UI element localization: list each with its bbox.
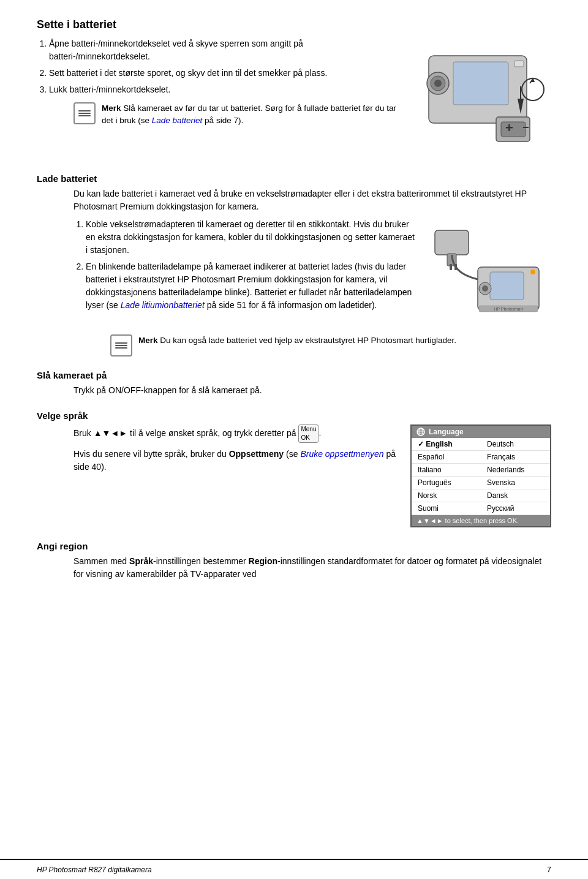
- svg-rect-15: [435, 230, 469, 255]
- lade-step-1-main: Koble vekselstrømadapteren til kameraet …: [86, 219, 351, 229]
- sette-steps: Åpne batteri-/minnekortdekselet ved å sk…: [49, 37, 398, 96]
- lang-russian: Русский: [481, 502, 550, 515]
- section-sette: Sette i batteriet Åpne batteri-/minnekor…: [37, 18, 551, 160]
- note-label-sette: Merk: [102, 104, 121, 113]
- sette-content: Åpne batteri-/minnekortdekselet ved å sk…: [37, 37, 551, 160]
- note-line-2: [78, 113, 91, 114]
- svg-text:HP Photosmart: HP Photosmart: [494, 307, 522, 311]
- lade-note: Merk Du kan også lade batteriet ved hjel…: [110, 334, 551, 357]
- lang-dansk: Dansk: [481, 489, 550, 502]
- lade-step-1: Koble vekselstrømadapteren til kameraet …: [86, 218, 417, 257]
- note-icon-sette: [74, 102, 96, 124]
- velge-body: Bruk ▲▼◄► til å velge ønsket språk, og t…: [74, 424, 551, 527]
- note-lines-lade: [115, 342, 127, 349]
- svg-point-22: [482, 285, 488, 292]
- velge-mid: til å velge ønsket språk, og trykk deret…: [127, 428, 298, 438]
- lade-note-text: Merk Du kan også lade batteriet ved hjel…: [138, 334, 456, 347]
- angi-text: Sammen med Språk-innstillingen bestemmer…: [74, 555, 551, 581]
- section-sla-heading: Slå kameraet på: [37, 370, 551, 380]
- velge-bytte-pre: Hvis du senere vil bytte språk, bruker d…: [74, 449, 229, 459]
- sla-text: Trykk på ON/OFF-knappen for å slå kamera…: [74, 384, 551, 397]
- lang-english: English: [412, 438, 481, 451]
- angi-body: Sammen med Språk-innstillingen bestemmer…: [74, 555, 551, 581]
- note-line-3: [78, 115, 91, 116]
- camera-battery-illustration: + −: [410, 37, 551, 160]
- lade-step-2: En blinkende batteriladelampe på kamerae…: [86, 260, 417, 312]
- velge-para1: Bruk ▲▼◄► til å velge ønsket språk, og t…: [74, 424, 398, 443]
- camera-svg: + −: [410, 37, 551, 160]
- language-menu-footer: ▲▼◄► to select, then press OK.: [412, 515, 550, 526]
- language-menu-grid: English Deutsch Español Français Italian…: [412, 438, 550, 515]
- footer: HP Photosmart R827 digitalkamera 7: [0, 859, 588, 879]
- note-icon-lade: [110, 334, 132, 357]
- note-line-lade-1: [115, 342, 127, 344]
- section-sette-heading: Sette i batteriet: [37, 18, 551, 31]
- note-text-sette: Slå kameraet av før du tar ut batteriet.…: [102, 104, 396, 125]
- sette-note-text: Merk Slå kameraet av før du tar ut batte…: [102, 102, 398, 127]
- lade-body: Du kan lade batteriet i kameraet ved å b…: [74, 187, 551, 357]
- charging-illustration: HP Photosmart: [429, 218, 551, 328]
- svg-point-4: [434, 80, 442, 87]
- lang-svenska: Svenska: [481, 477, 550, 489]
- angi-pre: Sammen med: [74, 556, 129, 566]
- sette-note: Merk Slå kameraet av før du tar ut batte…: [74, 102, 398, 127]
- svg-rect-17: [450, 264, 452, 270]
- step-1: Åpne batteri-/minnekortdekselet ved å sk…: [49, 37, 398, 63]
- note-line-lade-2: [115, 345, 127, 346]
- velge-text: Bruk ▲▼◄► til å velge ønsket språk, og t…: [74, 424, 398, 527]
- lang-portugues: Português: [412, 477, 481, 489]
- language-menu-title: Language: [429, 428, 464, 436]
- lade-steps-image: Koble vekselstrømadapteren til kameraet …: [74, 218, 551, 328]
- lang-espanol: Español: [412, 451, 481, 464]
- section-lade-heading: Lade batteriet: [37, 173, 551, 184]
- bruke-oppsett-link[interactable]: Bruke oppsettmenyen: [300, 449, 383, 459]
- svg-rect-5: [514, 61, 524, 67]
- language-menu-header: Language: [412, 426, 550, 438]
- svg-point-23: [530, 270, 535, 274]
- section-angi-heading: Angi region: [37, 541, 551, 551]
- svg-text:+: +: [505, 120, 513, 135]
- lade-step-2-main: En blinkende batteriladelampe på kamerae…: [86, 262, 412, 310]
- lang-suomi: Suomi: [412, 502, 481, 515]
- velge-menuok: MenuOK: [298, 424, 318, 443]
- sla-body: Trykk på ON/OFF-knappen for å slå kamera…: [74, 384, 551, 397]
- section-angi: Angi region Sammen med Språk-innstilling…: [37, 541, 551, 581]
- note-line-lade-3: [115, 347, 127, 349]
- globe-icon: [417, 428, 425, 436]
- svg-rect-7: [501, 122, 526, 137]
- lade-ol: Koble vekselstrømadapteren til kameraet …: [86, 218, 417, 312]
- lade-intro: Du kan lade batteriet i kameraet ved å b…: [74, 187, 551, 213]
- velge-content: Bruk ▲▼◄► til å velge ønsket språk, og t…: [74, 424, 551, 527]
- svg-rect-20: [490, 272, 524, 300]
- language-menu: Language English Deutsch Español Françai…: [410, 424, 551, 527]
- section-lade: Lade batteriet Du kan lade batteriet i k…: [37, 173, 551, 357]
- lang-francais: Français: [481, 451, 550, 464]
- svg-rect-1: [453, 62, 508, 105]
- lang-italiano: Italiano: [412, 464, 481, 477]
- note-lines: [78, 110, 91, 116]
- lang-nederlands: Nederlands: [481, 464, 550, 477]
- lang-deutsch: Deutsch: [481, 438, 550, 451]
- lade-batteriet-link[interactable]: Lade batteriet: [152, 116, 203, 125]
- velge-pre: Bruk: [74, 428, 94, 438]
- angi-bold-region: Region: [249, 556, 277, 566]
- velge-oppsett-bold: Oppsettmeny: [229, 449, 284, 459]
- velge-arrows: ▲▼◄►: [94, 428, 127, 438]
- svg-text:−: −: [522, 121, 529, 134]
- angi-bold-sprak: Språk: [129, 556, 153, 566]
- section-sla: Slå kameraet på Trykk på ON/OFF-knappen …: [37, 370, 551, 397]
- note-line-1: [78, 110, 91, 111]
- velge-post: .: [318, 428, 321, 438]
- lang-norsk: Norsk: [412, 489, 481, 502]
- lade-litium-link[interactable]: Lade litiumionbatteriet: [121, 300, 205, 310]
- section-velge: Velge språk Bruk ▲▼◄► til å velge ønsket…: [37, 410, 551, 527]
- lade-steps-text: Koble vekselstrømadapteren til kameraet …: [74, 218, 417, 328]
- angi-mid1: -innstillingen bestemmer: [153, 556, 249, 566]
- footer-right: 7: [547, 865, 551, 874]
- note-label-lade: Merk: [138, 336, 158, 345]
- step-2: Sett batteriet i det største sporet, og …: [49, 67, 398, 80]
- footer-left: HP Photosmart R827 digitalkamera: [37, 866, 152, 874]
- lade-note-content: Du kan også lade batteriet ved hjelp av …: [160, 336, 456, 345]
- step-3: Lukk batteri-/minnekortdekselet.: [49, 83, 398, 96]
- section-velge-heading: Velge språk: [37, 410, 551, 421]
